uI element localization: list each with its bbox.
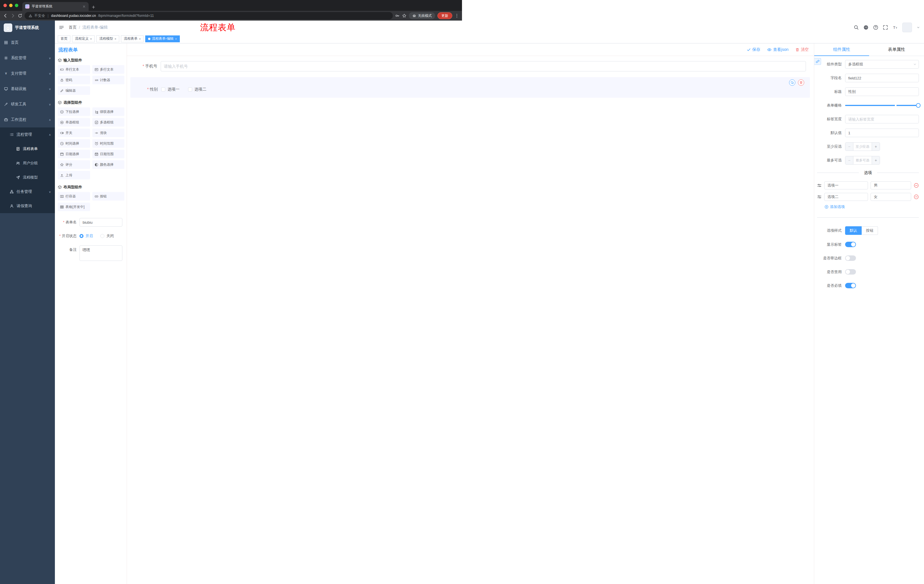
tab-home[interactable]: 首页 xyxy=(58,35,70,42)
status-radio-off[interactable]: 关闭 xyxy=(101,234,114,239)
palette-item-label: 上传 xyxy=(66,173,72,178)
sidebar-item-label: 用户分组 xyxy=(23,161,38,166)
address-bar[interactable]: 不安全 | dashboard.yudao.iocoder.cn/bpm/man… xyxy=(25,12,393,20)
zoom-window-button[interactable] xyxy=(15,4,18,7)
sidebar-item-dev-tools[interactable]: 研发工具 ∨ xyxy=(0,97,55,112)
browser-tab[interactable]: 芋道管理系统 xyxy=(22,2,89,11)
minimize-window-button[interactable] xyxy=(9,4,13,7)
forward-button[interactable] xyxy=(10,13,15,18)
tab-process-model[interactable]: 流程模型 × xyxy=(96,35,119,42)
key-icon[interactable] xyxy=(395,13,400,18)
pencil-icon xyxy=(60,89,64,92)
palette-item-date-picker[interactable]: 日期选择 xyxy=(58,150,90,158)
tag-close-icon[interactable]: × xyxy=(114,37,116,41)
palette-item-cascader[interactable]: 级联选择 xyxy=(92,107,125,116)
palette-item-radio-group[interactable]: 单选框组 xyxy=(58,118,90,127)
palette-item-switch[interactable]: 开关 xyxy=(58,128,90,137)
palette-item-rate[interactable]: 评分 xyxy=(58,160,90,169)
chevron-down-icon: ∨ xyxy=(49,190,51,193)
browser-tab-title: 芋道管理系统 xyxy=(32,4,80,9)
close-window-button[interactable] xyxy=(3,4,7,7)
section-title: 输入型组件 xyxy=(63,58,82,63)
palette-item-single-line-text[interactable]: 单行文本 xyxy=(58,65,90,74)
tag-close-icon[interactable]: × xyxy=(90,37,92,41)
browser-menu-button[interactable] xyxy=(455,13,459,18)
palette-item-slider[interactable]: 滑块 xyxy=(92,128,125,137)
hamburger-menu-icon[interactable] xyxy=(59,25,64,30)
sidebar-item-home[interactable]: 首页 xyxy=(0,35,55,50)
radio-dot xyxy=(101,234,104,238)
palette-item-button[interactable]: 按钮 xyxy=(92,192,125,201)
sidebar-item-label: 系统管理 xyxy=(11,56,26,61)
palette-item-time-picker[interactable]: 时间选择 xyxy=(58,139,90,148)
tab-process-form[interactable]: 流程表单 × xyxy=(121,35,144,42)
window-controls xyxy=(3,4,18,7)
phone-input[interactable] xyxy=(161,61,462,71)
palette-item-password[interactable]: 密码 xyxy=(58,76,90,84)
canvas-field-phone[interactable]: 手机号 xyxy=(130,60,462,72)
palette-item-counter[interactable]: 计数器 xyxy=(92,76,125,84)
palette-item-multiline-text[interactable]: 多行文本 xyxy=(92,65,125,74)
tab-process-form-edit[interactable]: 流程表单-编辑 × xyxy=(145,35,180,42)
monitor-icon xyxy=(4,87,8,91)
back-button[interactable] xyxy=(3,13,8,18)
tag-label: 流程表单 xyxy=(124,36,137,41)
form-name-input[interactable] xyxy=(79,218,122,227)
palette-item-row-container[interactable]: 行容器 xyxy=(58,192,90,201)
palette-item-label: 评分 xyxy=(66,162,72,167)
tree-icon xyxy=(10,190,14,194)
tag-close-icon[interactable]: × xyxy=(175,37,177,41)
palette-item-select-dropdown[interactable]: 下拉选择 xyxy=(58,107,90,116)
sidebar-item-user-group[interactable]: 用户分组 xyxy=(0,156,55,170)
app-header: 首页 / 流程表单-编辑 流程表单 xyxy=(55,21,462,34)
reload-button[interactable] xyxy=(18,13,22,18)
palette-item-editor[interactable]: 编辑器 xyxy=(58,86,90,95)
new-tab-button[interactable] xyxy=(91,5,96,9)
palette-item-label: 单行文本 xyxy=(66,67,79,72)
bookmark-star-icon[interactable] xyxy=(402,13,406,18)
document-icon xyxy=(16,147,20,151)
tag-label: 流程模型 xyxy=(99,36,113,41)
palette-item-label: 下拉选择 xyxy=(66,109,79,114)
sidebar-item-workflow[interactable]: 工作流程 ∧ xyxy=(0,112,55,127)
remark-textarea[interactable]: 嘿嘿 xyxy=(79,245,122,261)
canvas-field-gender-selected[interactable]: 性别 选项一 选项二 xyxy=(130,77,462,98)
tag-close-icon[interactable]: × xyxy=(139,37,141,41)
counter-123-icon xyxy=(95,78,98,82)
palette-item-table[interactable]: 表格[开发中] xyxy=(58,202,90,211)
sidebar-item-payment-management[interactable]: 支付管理 ∨ xyxy=(0,66,55,81)
incognito-icon xyxy=(412,14,416,18)
sidebar-item-process-model[interactable]: 流程模型 xyxy=(0,170,55,184)
sidebar-item-process-management[interactable]: 流程管理 ∧ xyxy=(0,127,55,142)
chevron-down-icon: ∨ xyxy=(49,72,51,75)
sidebar-item-leave-query[interactable]: 请假查询 xyxy=(0,199,55,213)
palette-item-upload[interactable]: 上传 xyxy=(58,171,90,179)
palette-item-label: 开关 xyxy=(66,131,72,135)
palette-item-date-range[interactable]: 日期范围 xyxy=(92,150,125,158)
active-dot xyxy=(148,38,150,40)
palette-item-label: 表格[开发中] xyxy=(66,204,85,209)
browser-toolbar: 不安全 | dashboard.yudao.iocoder.cn/bpm/man… xyxy=(0,11,462,21)
palette-item-checkbox-group[interactable]: 多选框组 xyxy=(92,118,125,127)
tab-close-icon[interactable] xyxy=(82,5,86,8)
gender-checkbox-option1[interactable]: 选项一 xyxy=(161,87,180,92)
sidebar-item-infrastructure[interactable]: 基础设施 ∨ xyxy=(0,81,55,97)
sidebar-item-task-management[interactable]: 任务管理 ∨ xyxy=(0,184,55,199)
palette-item-label: 密码 xyxy=(66,78,72,82)
palette-item-time-range[interactable]: 时间范围 xyxy=(92,139,125,148)
app-title: 芋道管理系统 xyxy=(15,25,39,30)
form-canvas[interactable]: 手机号 性别 选项一 选项二 xyxy=(127,56,462,292)
sidebar-item-process-form[interactable]: 流程表单 xyxy=(0,142,55,156)
gender-checkbox-option2[interactable]: 选项二 xyxy=(188,87,206,92)
gender-field-label: 性别 xyxy=(132,87,158,92)
palette-item-label: 时间范围 xyxy=(100,141,114,146)
breadcrumb-home-link[interactable]: 首页 xyxy=(69,25,77,30)
calendar-icon xyxy=(60,152,64,156)
status-radio-on[interactable]: 开启 xyxy=(79,234,93,239)
update-button[interactable]: 更新 xyxy=(437,12,452,19)
palette-item-color-picker[interactable]: 颜色选择 xyxy=(92,160,125,169)
palette-item-label: 单选框组 xyxy=(66,120,79,125)
sidebar: 芋道管理系统 首页 系统管理 ∨ 支付管理 ∨ 基础设施 ∨ 研发工具 ∨ xyxy=(0,21,55,292)
sidebar-item-system-management[interactable]: 系统管理 ∨ xyxy=(0,50,55,66)
tab-process-definition[interactable]: 流程定义 × xyxy=(72,35,95,42)
